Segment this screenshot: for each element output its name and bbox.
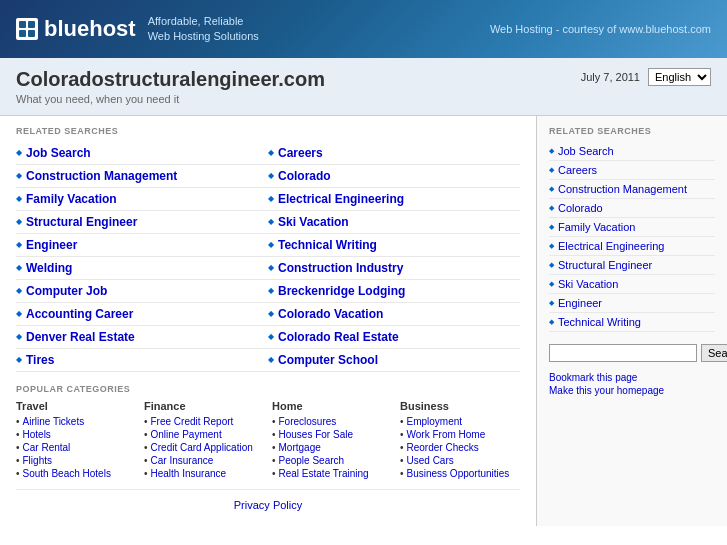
cat-link[interactable]: Health Insurance (151, 468, 227, 479)
cat-link[interactable]: Online Payment (151, 429, 222, 440)
search-link[interactable]: Tires (26, 353, 54, 367)
cat-item: •Houses For Sale (272, 429, 392, 440)
cat-link[interactable]: Foreclosures (279, 416, 337, 427)
bookmark-link[interactable]: Bookmark this page (549, 372, 715, 383)
search-link[interactable]: Structural Engineer (26, 215, 137, 229)
search-link[interactable]: Denver Real Estate (26, 330, 135, 344)
cat-link[interactable]: Credit Card Application (151, 442, 253, 453)
language-select[interactable]: English (648, 68, 711, 86)
searches-grid: ◆Job Search◆Construction Management◆Fami… (16, 142, 520, 372)
search-link[interactable]: Computer Job (26, 284, 107, 298)
logo-icon (16, 18, 38, 40)
search-link[interactable]: Electrical Engineering (278, 192, 404, 206)
search-item: ◆Computer Job (16, 280, 268, 303)
sidebar-link-item: ◆Electrical Engineering (549, 237, 715, 256)
cat-link[interactable]: Work From Home (407, 429, 486, 440)
search-link[interactable]: Engineer (26, 238, 77, 252)
cat-link[interactable]: Houses For Sale (279, 429, 353, 440)
search-link[interactable]: Job Search (26, 146, 91, 160)
search-link[interactable]: Construction Industry (278, 261, 403, 275)
privacy-link[interactable]: Privacy Policy (234, 499, 302, 511)
cat-header: Home (272, 400, 392, 412)
sidebar-search-button[interactable]: Search (701, 344, 727, 362)
sidebar-bookmark: Bookmark this page Make this your homepa… (549, 372, 715, 396)
diamond-icon: ◆ (268, 333, 274, 341)
sidebar-link-item: ◆Careers (549, 161, 715, 180)
cat-link[interactable]: South Beach Hotels (23, 468, 111, 479)
search-link[interactable]: Family Vacation (26, 192, 117, 206)
search-link[interactable]: Computer School (278, 353, 378, 367)
cat-link[interactable]: Business Opportunities (407, 468, 510, 479)
search-link[interactable]: Ski Vacation (278, 215, 349, 229)
search-item: ◆Colorado Real Estate (268, 326, 520, 349)
sidebar-diamond-icon: ◆ (549, 261, 554, 269)
cat-link[interactable]: Used Cars (407, 455, 454, 466)
cat-link[interactable]: Employment (407, 416, 463, 427)
sidebar-link[interactable]: Colorado (558, 202, 603, 214)
sidebar-link[interactable]: Ski Vacation (558, 278, 618, 290)
sidebar-link[interactable]: Careers (558, 164, 597, 176)
privacy-link-row: Privacy Policy (16, 489, 520, 516)
cat-link[interactable]: Hotels (23, 429, 51, 440)
diamond-icon: ◆ (268, 172, 274, 180)
cat-link[interactable]: Mortgage (279, 442, 321, 453)
sidebar-link[interactable]: Family Vacation (558, 221, 635, 233)
search-link[interactable]: Colorado Vacation (278, 307, 383, 321)
sidebar-diamond-icon: ◆ (549, 318, 554, 326)
diamond-icon: ◆ (268, 264, 274, 272)
search-link[interactable]: Colorado (278, 169, 331, 183)
sidebar-link[interactable]: Electrical Engineering (558, 240, 664, 252)
cat-item: •Health Insurance (144, 468, 264, 479)
search-item: ◆Careers (268, 142, 520, 165)
cat-link[interactable]: Airline Tickets (23, 416, 85, 427)
sidebar-link[interactable]: Job Search (558, 145, 614, 157)
search-item: ◆Construction Management (16, 165, 268, 188)
cat-link[interactable]: People Search (279, 455, 345, 466)
search-link[interactable]: Accounting Career (26, 307, 133, 321)
content-layout: RELATED SEARCHES ◆Job Search◆Constructio… (0, 116, 727, 526)
cat-link[interactable]: Car Rental (23, 442, 71, 453)
homepage-link[interactable]: Make this your homepage (549, 385, 715, 396)
diamond-icon: ◆ (268, 287, 274, 295)
search-link[interactable]: Welding (26, 261, 72, 275)
search-item: ◆Colorado (268, 165, 520, 188)
cat-item: •South Beach Hotels (16, 468, 136, 479)
diamond-icon: ◆ (16, 356, 22, 364)
sidebar-search-input[interactable] (549, 344, 697, 362)
diamond-icon: ◆ (16, 333, 22, 341)
site-subtitle: What you need, when you need it (16, 93, 325, 105)
sidebar-link[interactable]: Structural Engineer (558, 259, 652, 271)
cat-item: •Real Estate Training (272, 468, 392, 479)
cat-item: •Flights (16, 455, 136, 466)
search-link[interactable]: Careers (278, 146, 323, 160)
title-bar: Coloradostructuralengineer.com What you … (0, 58, 727, 116)
sidebar-link[interactable]: Construction Management (558, 183, 687, 195)
title-block: Coloradostructuralengineer.com What you … (16, 68, 325, 105)
sidebar-search: Search (549, 344, 715, 362)
diamond-icon: ◆ (268, 149, 274, 157)
sidebar-link[interactable]: Engineer (558, 297, 602, 309)
search-link[interactable]: Colorado Real Estate (278, 330, 399, 344)
search-link[interactable]: Construction Management (26, 169, 177, 183)
sidebar-link-item: ◆Colorado (549, 199, 715, 218)
search-item: ◆Tires (16, 349, 268, 372)
cat-item: •Credit Card Application (144, 442, 264, 453)
sidebar-link-item: ◆Job Search (549, 142, 715, 161)
bullet-icon: • (272, 455, 276, 466)
search-item: ◆Construction Industry (268, 257, 520, 280)
cat-link[interactable]: Flights (23, 455, 52, 466)
search-link[interactable]: Technical Writing (278, 238, 377, 252)
cat-item: •Business Opportunities (400, 468, 520, 479)
search-link[interactable]: Breckenridge Lodging (278, 284, 405, 298)
sidebar-diamond-icon: ◆ (549, 204, 554, 212)
cat-link[interactable]: Car Insurance (151, 455, 214, 466)
cat-link[interactable]: Reorder Checks (407, 442, 479, 453)
cat-link[interactable]: Free Credit Report (151, 416, 234, 427)
cat-item: •Car Rental (16, 442, 136, 453)
search-item: ◆Structural Engineer (16, 211, 268, 234)
cat-link[interactable]: Real Estate Training (279, 468, 369, 479)
main-wrapper: Coloradostructuralengineer.com What you … (0, 58, 727, 526)
search-item: ◆Welding (16, 257, 268, 280)
sidebar-link[interactable]: Technical Writing (558, 316, 641, 328)
search-item: ◆Technical Writing (268, 234, 520, 257)
